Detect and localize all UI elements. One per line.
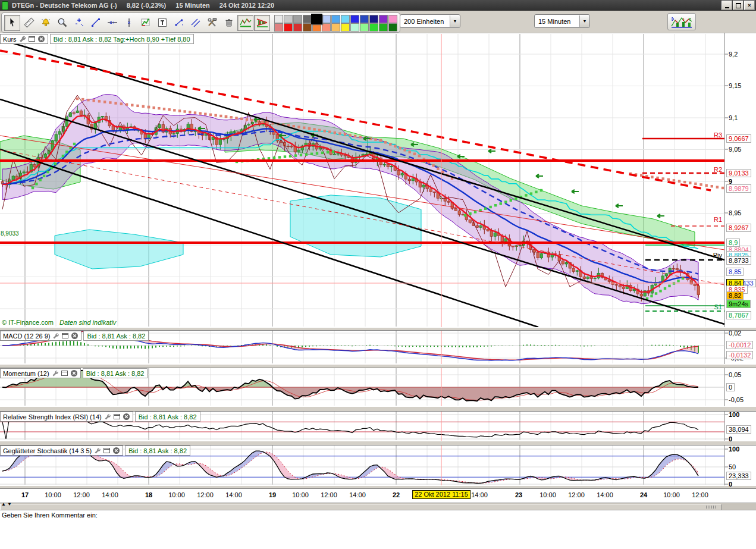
alarm-tool-button[interactable] (37, 15, 54, 31)
bell-icon (40, 17, 52, 29)
palette-color[interactable] (360, 23, 369, 32)
trendline-tool-button[interactable] (87, 15, 103, 31)
window-icon[interactable] (113, 413, 121, 421)
window-icon[interactable] (28, 35, 36, 43)
palette-color[interactable] (293, 15, 302, 23)
segment-tool-button[interactable] (171, 15, 187, 31)
window-icon[interactable] (61, 332, 69, 340)
cursor-tool-button[interactable] (4, 15, 20, 31)
wrench-icon[interactable] (18, 35, 26, 43)
palette-color[interactable] (284, 15, 293, 23)
x-axis-label: 14:00 (91, 491, 129, 498)
pivot-label: R3 (692, 131, 722, 139)
palette-color[interactable] (341, 15, 350, 23)
axis-value-box: -0,0012 (726, 341, 753, 349)
price-tick: 100 (729, 411, 739, 418)
palette-color[interactable] (303, 23, 312, 32)
minimize-button[interactable] (722, 1, 732, 10)
pattern-style-button[interactable] (254, 15, 270, 31)
close-icon[interactable] (123, 413, 130, 421)
price-tick: 0 (729, 435, 732, 443)
palette-color[interactable] (293, 23, 302, 32)
palette-color[interactable] (322, 15, 331, 23)
chevron-down-icon: ▼ (450, 15, 460, 27)
indicator-chart-icon (140, 17, 152, 29)
axis-value-box: 8,82 (726, 291, 744, 300)
wrench-icon[interactable] (93, 447, 101, 454)
window-icon[interactable] (103, 447, 111, 454)
stochastic-panel-title: Geglätteter Stochastik (14 3 5) (3, 447, 92, 454)
window-icon[interactable] (61, 369, 68, 377)
vertical-line-tool-button[interactable] (121, 15, 137, 31)
scrollbar-grip[interactable] (706, 506, 717, 509)
pivot-label: R1 (692, 216, 722, 223)
indicator-tool-button[interactable] (137, 15, 153, 31)
palette-color[interactable] (274, 15, 283, 23)
palette-color[interactable] (369, 23, 378, 32)
trash-icon (223, 17, 235, 29)
ruler-tool-button[interactable] (21, 15, 37, 31)
palette-color[interactable] (379, 15, 388, 23)
close-icon[interactable] (70, 369, 78, 377)
palette-color[interactable] (331, 23, 340, 32)
text-tool-button[interactable] (154, 15, 170, 31)
price-tick: 9,15 (729, 82, 741, 89)
crosshair-point-tool-button[interactable] (71, 15, 87, 31)
timeframe-dropdown[interactable]: 15 Minuten ▼ (534, 14, 590, 28)
extended-line-tool-button[interactable] (104, 15, 120, 31)
close-button[interactable]: × (744, 1, 755, 10)
horizontal-scrollbar[interactable]: ▲▼ (0, 503, 756, 510)
drawing-toolbar (1, 12, 400, 33)
comment-input[interactable]: Geben Sie Ihren Kommentar ein: (0, 510, 756, 549)
macd-panel-title: MACD (12 26 9) (3, 332, 50, 340)
wrench-icon[interactable] (52, 332, 59, 340)
x-axis-label: 14:00 (586, 491, 624, 498)
palette-color[interactable] (331, 15, 340, 23)
pivot-label: S1 (692, 303, 722, 310)
palette-color[interactable] (388, 23, 397, 32)
watermark-source: © IT-Finance.com (2, 319, 54, 326)
palette-color[interactable] (379, 23, 388, 32)
palette-color[interactable] (303, 15, 312, 23)
close-icon[interactable] (37, 35, 45, 43)
panel-splitter[interactable] (0, 485, 756, 489)
panel-splitter[interactable] (0, 441, 756, 446)
palette-color[interactable] (274, 23, 283, 32)
comment-label: Geben Sie Ihren Kommentar ein: (2, 512, 98, 519)
palette-color[interactable] (322, 23, 331, 32)
chart-style-button[interactable] (667, 13, 696, 30)
panel-splitter[interactable] (0, 364, 756, 368)
palette-color[interactable] (311, 14, 322, 24)
close-icon[interactable] (71, 332, 79, 340)
palette-color[interactable] (360, 15, 369, 23)
panel-splitter[interactable] (0, 406, 756, 412)
palette-color[interactable] (350, 23, 359, 32)
zigzag-line-icon (239, 17, 252, 29)
line-style-button[interactable] (237, 15, 253, 31)
panel-collapse-buttons[interactable]: ▲▼ (1, 501, 13, 507)
palette-color[interactable] (341, 23, 350, 32)
crosshair-point-icon (73, 17, 85, 29)
palette-color[interactable] (388, 15, 397, 23)
zoom-tool-button[interactable] (54, 15, 70, 31)
settings-tool-button[interactable] (204, 15, 220, 31)
restore-button[interactable] (733, 1, 744, 10)
palette-color[interactable] (350, 15, 359, 23)
price-tick: 8,95 (729, 209, 741, 217)
palette-color[interactable] (369, 15, 378, 23)
delete-tool-button[interactable] (221, 15, 237, 31)
chart-plot[interactable] (0, 0, 756, 549)
price-tick: 100 (729, 446, 739, 453)
axis-value-box: 9,0133 (726, 169, 751, 177)
axis-value-box: 8,7867 (726, 311, 751, 319)
wrench-icon[interactable] (51, 369, 59, 377)
wrench-icon[interactable] (103, 413, 111, 421)
x-axis-label: 12:00 (681, 491, 719, 498)
close-icon[interactable] (112, 447, 120, 454)
extended-line-icon (106, 17, 118, 29)
units-dropdown-value: 200 Einheiten (400, 18, 447, 25)
units-dropdown[interactable]: 200 Einheiten ▼ (400, 14, 460, 28)
text-icon (156, 17, 168, 29)
parallel-lines-tool-button[interactable] (187, 15, 203, 31)
palette-color[interactable] (284, 23, 293, 32)
